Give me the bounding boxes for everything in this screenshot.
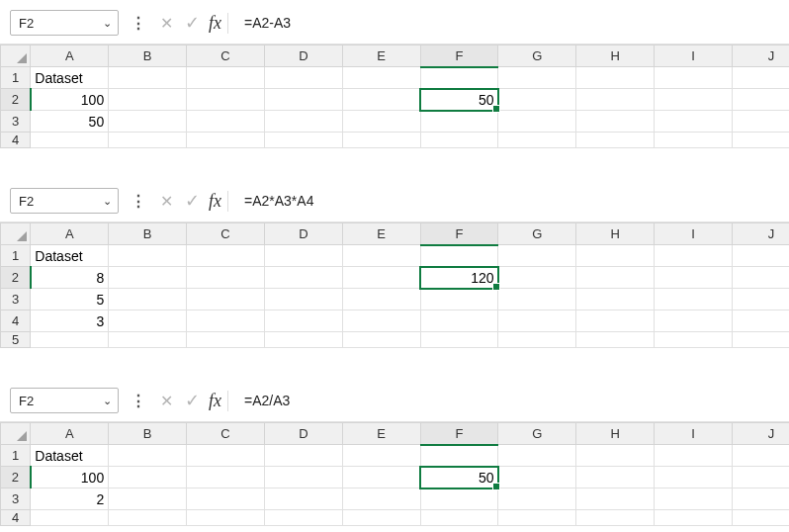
cell-I2[interactable] — [655, 267, 733, 289]
cell-E2[interactable] — [342, 267, 420, 289]
row-header-1[interactable]: 1 — [1, 445, 31, 467]
cell-H4[interactable] — [576, 133, 655, 148]
cell-H1[interactable] — [576, 67, 655, 89]
name-box[interactable]: F2⌄ — [10, 388, 119, 413]
cell-F3[interactable] — [420, 289, 498, 310]
cell-B2[interactable] — [109, 89, 187, 111]
cell-D3[interactable] — [264, 488, 342, 510]
fx-icon[interactable]: fx — [209, 391, 228, 411]
select-all-corner[interactable] — [1, 45, 31, 67]
column-header-F[interactable]: F — [420, 45, 498, 67]
cell-D3[interactable] — [264, 289, 342, 310]
column-header-E[interactable]: E — [342, 423, 420, 445]
cell-B2[interactable] — [109, 267, 187, 289]
cell-C3[interactable] — [187, 488, 265, 510]
cell-G3[interactable] — [498, 488, 576, 510]
column-header-A[interactable]: A — [31, 423, 109, 445]
cell-E1[interactable] — [342, 67, 420, 89]
fx-icon[interactable]: fx — [209, 13, 228, 34]
cell-D4[interactable] — [264, 510, 342, 526]
cell-J2[interactable] — [733, 89, 789, 111]
cell-E4[interactable] — [342, 310, 420, 332]
cell-A4[interactable]: 3 — [31, 310, 109, 332]
select-all-corner[interactable] — [1, 423, 31, 445]
column-header-H[interactable]: H — [576, 223, 655, 245]
chevron-down-icon[interactable]: ⌄ — [103, 17, 112, 30]
cell-C4[interactable] — [187, 310, 265, 332]
cell-B4[interactable] — [109, 133, 187, 148]
column-header-C[interactable]: C — [187, 223, 265, 245]
cell-G5[interactable] — [498, 332, 576, 348]
cell-B4[interactable] — [109, 510, 187, 526]
cell-F4[interactable] — [420, 510, 498, 526]
cell-J2[interactable] — [733, 267, 789, 289]
cell-D2[interactable] — [264, 89, 342, 111]
cell-F1[interactable] — [420, 445, 498, 467]
cell-D1[interactable] — [264, 445, 342, 467]
grid[interactable]: ABCDEFGHIJ1Dataset210050324 — [0, 422, 789, 526]
cell-A2[interactable]: 8 — [31, 267, 109, 289]
column-header-D[interactable]: D — [264, 423, 342, 445]
cell-D3[interactable] — [264, 111, 342, 133]
row-header-4[interactable]: 4 — [1, 310, 31, 332]
row-header-3[interactable]: 3 — [1, 488, 31, 510]
cell-J5[interactable] — [733, 332, 789, 348]
column-header-I[interactable]: I — [655, 45, 733, 67]
cell-E4[interactable] — [342, 133, 420, 148]
column-header-D[interactable]: D — [264, 45, 342, 67]
cell-I4[interactable] — [655, 310, 733, 332]
cell-G1[interactable] — [498, 67, 576, 89]
cell-J4[interactable] — [733, 310, 789, 332]
row-header-2[interactable]: 2 — [1, 467, 31, 488]
cell-I4[interactable] — [655, 133, 733, 148]
select-all-corner[interactable] — [1, 223, 31, 245]
cell-H5[interactable] — [576, 332, 655, 348]
column-header-I[interactable]: I — [655, 423, 733, 445]
row-header-2[interactable]: 2 — [1, 267, 31, 289]
cell-J3[interactable] — [733, 488, 789, 510]
cell-H3[interactable] — [576, 111, 655, 133]
cell-E5[interactable] — [342, 332, 420, 348]
column-header-C[interactable]: C — [187, 45, 265, 67]
cell-D2[interactable] — [264, 467, 342, 488]
cell-J3[interactable] — [733, 289, 789, 310]
cancel-icon[interactable]: ✕ — [157, 192, 175, 211]
cell-F1[interactable] — [420, 67, 498, 89]
cell-H3[interactable] — [576, 488, 655, 510]
cell-C4[interactable] — [187, 133, 265, 148]
row-header-4[interactable]: 4 — [1, 133, 31, 148]
enter-icon[interactable]: ✓ — [183, 12, 201, 34]
cell-H4[interactable] — [576, 510, 655, 526]
formula-input[interactable] — [236, 388, 779, 413]
cancel-icon[interactable]: ✕ — [157, 392, 175, 410]
cell-B1[interactable] — [109, 67, 187, 89]
cell-C4[interactable] — [187, 510, 265, 526]
cell-G4[interactable] — [498, 510, 576, 526]
cell-E3[interactable] — [342, 289, 420, 310]
cell-B5[interactable] — [109, 332, 187, 348]
name-box[interactable]: F2⌄ — [10, 10, 119, 36]
cell-H1[interactable] — [576, 245, 655, 267]
cell-E4[interactable] — [342, 510, 420, 526]
column-header-C[interactable]: C — [187, 423, 265, 445]
cell-H2[interactable] — [576, 467, 655, 488]
row-header-1[interactable]: 1 — [1, 67, 31, 89]
cell-C3[interactable] — [187, 111, 265, 133]
cell-G2[interactable] — [498, 89, 576, 111]
cell-I2[interactable] — [655, 89, 733, 111]
cell-E1[interactable] — [342, 445, 420, 467]
cell-B1[interactable] — [109, 445, 187, 467]
cell-F2[interactable]: 120 — [420, 267, 498, 289]
cell-A4[interactable] — [31, 133, 109, 148]
column-header-I[interactable]: I — [655, 223, 733, 245]
kebab-menu-icon[interactable]: ⋮ — [127, 14, 149, 33]
cell-I3[interactable] — [655, 289, 733, 310]
cell-I5[interactable] — [655, 332, 733, 348]
cell-A3[interactable]: 5 — [31, 289, 109, 310]
cell-A3[interactable]: 2 — [31, 488, 109, 510]
name-box[interactable]: F2⌄ — [10, 188, 119, 214]
fx-icon[interactable]: fx — [209, 191, 228, 212]
kebab-menu-icon[interactable]: ⋮ — [127, 392, 149, 410]
cell-A1[interactable]: Dataset — [31, 67, 109, 89]
grid[interactable]: ABCDEFGHIJ1Dataset2100503504 — [0, 44, 789, 148]
